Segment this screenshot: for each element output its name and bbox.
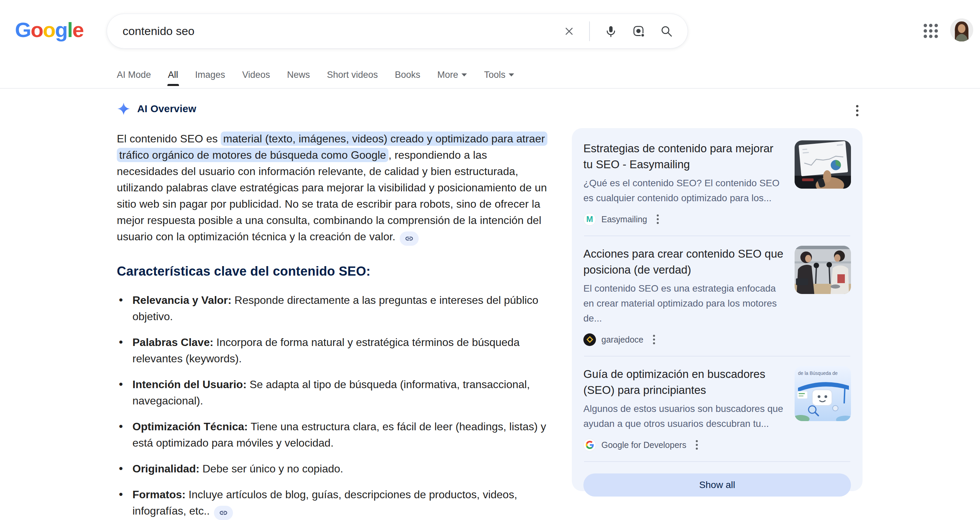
- tab-ai-mode[interactable]: AI Mode: [117, 70, 151, 80]
- tab-news[interactable]: News: [287, 70, 310, 80]
- chevron-down-icon: [461, 73, 467, 77]
- card-source-row: Google for Developers: [583, 438, 784, 452]
- card-menu-button[interactable]: [649, 333, 659, 346]
- link-icon: [405, 234, 414, 243]
- card-source-row: M Easymailing: [583, 212, 784, 226]
- card-thumbnail-illustration[interactable]: de la Búsqueda de: [795, 366, 851, 421]
- source-card-garajedoce[interactable]: Acciones para crear contenido SEO que po…: [583, 246, 851, 346]
- list-item: Relevancia y Valor: Responde directament…: [117, 292, 549, 325]
- results-nav-tabs: AI Mode All Images Videos News Short vid…: [117, 67, 514, 83]
- source-name[interactable]: Google for Developers: [601, 440, 686, 450]
- card-divider: [584, 236, 850, 236]
- paragraph-text: , respondiendo a las necesidades del usu…: [117, 149, 547, 242]
- kebab-icon: [856, 105, 858, 107]
- source-card-google-developers[interactable]: Guía de optimización en buscadores (SEO)…: [583, 366, 851, 452]
- kebab-icon: [653, 335, 655, 337]
- card-snippet: ¿Qué es el contenido SEO? El contenido S…: [583, 176, 784, 206]
- thumbnail-image: [795, 246, 851, 294]
- paragraph-text: El contenido SEO es: [117, 132, 221, 145]
- card-thumbnail-analytics[interactable]: [795, 140, 851, 189]
- card-title[interactable]: Acciones para crear contenido SEO que po…: [583, 246, 784, 278]
- source-card-easymailing[interactable]: Estrategias de contenido para mejorar tu…: [583, 140, 851, 226]
- logo-letter: g: [55, 18, 67, 42]
- search-bar-actions: [563, 21, 673, 41]
- show-all-button[interactable]: Show all: [583, 474, 851, 496]
- card-title[interactable]: Guía de optimización en buscadores (SEO)…: [583, 366, 784, 398]
- kebab-icon: [657, 214, 659, 217]
- ai-overview-section: AI Overview El contenido SEO es material…: [117, 101, 549, 520]
- google-g-icon: [586, 441, 594, 449]
- search-query-text: contenido seo: [123, 24, 563, 38]
- search-input[interactable]: contenido seo: [107, 14, 688, 49]
- logo-letter: e: [72, 18, 83, 42]
- google-search-results-page: { "header": { "logo": { "letters": [ {"c…: [0, 0, 980, 520]
- apps-grid-icon: [924, 24, 927, 27]
- avatar-photo: [950, 18, 973, 41]
- logo-letter: G: [15, 18, 30, 42]
- section-heading: Características clave del contenido SEO:: [117, 263, 549, 279]
- source-name[interactable]: garajedoce: [601, 335, 643, 345]
- kebab-icon: [696, 440, 698, 442]
- source-link-chip[interactable]: [400, 231, 419, 246]
- thumbnail-image: de la Búsqueda de: [795, 366, 851, 421]
- google-logo[interactable]: Google: [15, 18, 84, 42]
- google-lens-button[interactable]: [632, 24, 646, 38]
- card-thumbnail-podcast[interactable]: [795, 246, 851, 294]
- ai-overview-title: AI Overview: [137, 103, 196, 115]
- clear-icon: [563, 26, 575, 37]
- search-submit-button[interactable]: [660, 24, 673, 38]
- card-title[interactable]: Estrategias de contenido para mejorar tu…: [583, 140, 784, 172]
- card-snippet: El contenido SEO es una estrategia enfoc…: [583, 281, 784, 326]
- google-apps-button[interactable]: [921, 21, 940, 41]
- tab-images[interactable]: Images: [195, 70, 226, 80]
- card-divider: [584, 356, 850, 357]
- list-item: Originalidad: Debe ser único y no copiad…: [117, 461, 549, 477]
- card-menu-button[interactable]: [653, 212, 663, 226]
- logo-letter: o: [43, 18, 55, 42]
- ai-sparkle-icon: [117, 102, 130, 116]
- tab-short-videos[interactable]: Short videos: [327, 70, 378, 80]
- list-item: Formatos: Incluye artículos de blog, guí…: [117, 487, 549, 520]
- chevron-down-icon: [509, 73, 514, 77]
- search-bar-separator: [589, 21, 590, 41]
- list-item: Intención del Usuario: Se adapta al tipo…: [117, 376, 549, 409]
- easymailing-favicon: M: [583, 213, 596, 226]
- ai-overview-paragraph: El contenido SEO es material (texto, imá…: [117, 131, 549, 246]
- logo-letter: o: [30, 18, 43, 42]
- google-favicon: [583, 439, 596, 451]
- source-name[interactable]: Easymailing: [601, 214, 647, 224]
- header-divider: [0, 88, 980, 89]
- source-link-chip[interactable]: [214, 506, 233, 520]
- card-menu-button[interactable]: [692, 438, 702, 452]
- list-item: Palabras Clave: Incorpora de forma natur…: [117, 334, 549, 367]
- google-lens-icon: [632, 24, 646, 38]
- ai-overview-header: AI Overview: [117, 101, 549, 116]
- card-divider: [584, 461, 850, 462]
- key-features-list: Relevancia y Valor: Responde directament…: [117, 292, 549, 520]
- tab-books[interactable]: Books: [395, 70, 420, 80]
- thumbnail-image: [795, 140, 851, 189]
- clear-search-button[interactable]: [563, 26, 575, 37]
- card-snippet: Algunos de estos usuarios son buscadores…: [583, 401, 784, 431]
- tab-all[interactable]: All: [168, 70, 178, 80]
- search-icon: [660, 24, 673, 38]
- voice-search-button[interactable]: [604, 24, 618, 38]
- sources-panel: Estrategias de contenido para mejorar tu…: [572, 128, 862, 491]
- tab-tools[interactable]: Tools: [484, 70, 514, 80]
- link-icon: [219, 509, 228, 517]
- microphone-icon: [604, 24, 618, 38]
- logo-letter: l: [67, 18, 72, 42]
- tab-more[interactable]: More: [438, 70, 467, 80]
- card-source-row: garajedoce: [583, 333, 784, 346]
- list-item: Optimización Técnica: Tiene una estructu…: [117, 418, 549, 451]
- svg-text:de la Búsqueda de: de la Búsqueda de: [798, 370, 838, 376]
- ai-overview-menu-button[interactable]: [850, 102, 864, 119]
- garajedoce-favicon: [583, 333, 596, 346]
- account-avatar[interactable]: [950, 18, 973, 41]
- tab-videos[interactable]: Videos: [242, 70, 270, 80]
